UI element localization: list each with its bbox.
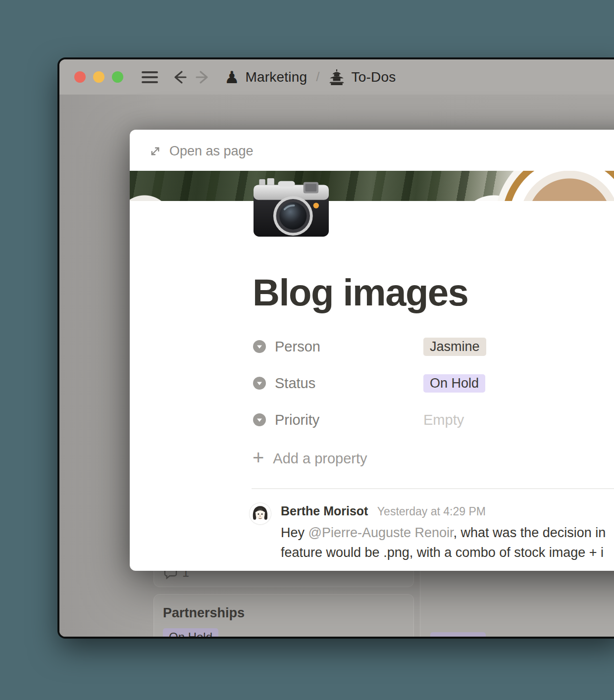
page-cover-image[interactable]: [130, 171, 614, 201]
plus-icon: +: [253, 448, 264, 467]
open-as-page-label: Open as page: [169, 144, 254, 159]
priority-property-icon: [253, 413, 266, 427]
status-badge: On Hold: [430, 632, 486, 637]
arrow-right-icon: [195, 69, 211, 86]
status-value-tag[interactable]: On Hold: [423, 374, 485, 393]
minimize-window-button[interactable]: [93, 71, 104, 83]
back-button[interactable]: [171, 69, 188, 86]
status-badge: On Hold: [163, 628, 218, 637]
comment-text[interactable]: Hey @Pierre-Auguste Renoir, what was the…: [281, 523, 606, 562]
comment-text-suffix: , what was the decision in: [454, 525, 606, 540]
property-label: Status: [275, 375, 423, 392]
page-peek-modal: Open as page: [130, 130, 614, 571]
person-value-tag[interactable]: Jasmine: [423, 338, 486, 356]
avatar[interactable]: [250, 503, 271, 524]
add-property-label: Add a property: [273, 450, 367, 467]
board-card-partnerships[interactable]: Partnerships On Hold: [154, 594, 414, 637]
titlebar: ♟ Marketing / To-Dos: [59, 59, 614, 95]
priority-empty-value[interactable]: Empty: [423, 412, 464, 428]
desktop: ♟ Marketing / To-Dos: [0, 0, 614, 700]
zoom-window-button[interactable]: [112, 71, 123, 83]
close-window-button[interactable]: [74, 71, 86, 83]
breadcrumb-item-todos[interactable]: To-Dos: [351, 69, 396, 85]
comment-line-2: feature would be .png, with a combo of s…: [281, 543, 606, 562]
chess-pawn-icon: ♟: [224, 69, 239, 86]
comment-text-prefix: Hey: [281, 525, 308, 540]
user-mention[interactable]: @Pierre-Auguste Renoir: [308, 525, 454, 540]
comment-line-1: Hey @Pierre-Auguste Renoir, what was the…: [281, 523, 606, 543]
property-row-priority[interactable]: Priority Empty: [253, 411, 486, 429]
property-row-person[interactable]: Person Jasmine: [253, 338, 486, 355]
open-as-page-button[interactable]: Open as page: [149, 144, 254, 159]
japanese-castle-icon: [328, 69, 345, 86]
arrow-left-icon: [171, 69, 188, 86]
status-property-icon: [253, 376, 266, 390]
card-title: Partnerships: [163, 605, 245, 621]
forward-button[interactable]: [195, 69, 211, 86]
comment-author[interactable]: Berthe Morisot: [281, 504, 368, 518]
add-property-button[interactable]: + Add a property: [253, 450, 367, 467]
comment-timestamp: Yesterday at 4:29 PM: [377, 505, 486, 518]
breadcrumb-separator: /: [316, 69, 319, 85]
breadcrumb-item-marketing[interactable]: Marketing: [245, 69, 307, 85]
sidebar-menu-icon[interactable]: [142, 71, 158, 83]
camera-page-icon[interactable]: [254, 178, 329, 239]
breadcrumb: ♟ Marketing / To-Dos: [224, 69, 396, 86]
app-window: ♟ Marketing / To-Dos: [59, 59, 614, 637]
person-property-icon: [253, 340, 266, 353]
property-list: Person Jasmine Status On Hold: [253, 338, 486, 448]
property-label: Priority: [275, 412, 423, 428]
property-row-status[interactable]: Status On Hold: [253, 374, 486, 392]
property-label: Person: [275, 339, 423, 355]
section-divider: [252, 488, 614, 489]
expand-icon: [149, 145, 162, 158]
page-title[interactable]: Blog images: [253, 271, 468, 314]
